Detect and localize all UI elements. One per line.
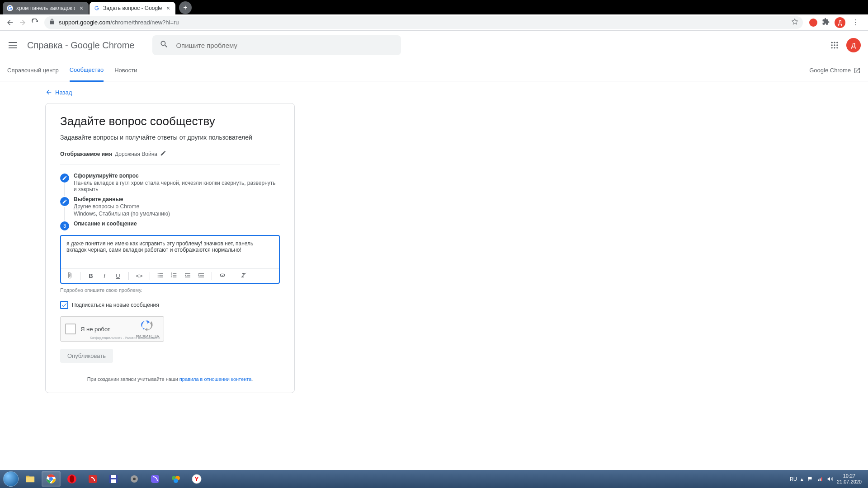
reload-button[interactable] [29,16,42,29]
svg-point-11 [158,273,159,274]
editor-textarea[interactable]: я даже понятия не имею как исправить эту… [61,236,279,268]
step-title: Выберите данные [74,196,280,202]
recaptcha-checkbox[interactable] [65,324,76,334]
tab-news[interactable]: Новости [114,60,137,81]
taskbar-app-gear[interactable] [125,471,144,487]
outdent-button[interactable] [184,272,192,280]
tab-community[interactable]: Сообщество [70,59,104,82]
account-avatar[interactable]: Д [846,38,861,52]
underline-button[interactable]: U [114,272,122,279]
indent-button[interactable] [197,272,205,280]
taskbar-app-spheres[interactable] [166,471,185,487]
taskbar-app-chrome[interactable] [42,471,61,487]
back-link[interactable]: Назад [45,89,868,96]
browser-tab[interactable]: Задать вопрос - Google Chrome × [90,2,175,14]
extension-icon[interactable] [809,19,817,27]
tab-title: Задать вопрос - Google Chrome [103,5,162,11]
taskbar-app-yandex[interactable]: Y [187,471,206,487]
svg-point-5 [831,44,833,46]
display-name-row: Отображаемое имя Дорожная Война [60,150,280,164]
svg-rect-24 [187,275,190,275]
product-link[interactable]: Google Chrome [809,67,861,74]
svg-text:Y: Y [194,475,199,483]
svg-point-2 [831,42,833,43]
step-sub: Windows, Стабильная (по умолчанию) [74,211,280,217]
svg-text:3: 3 [171,276,172,278]
recaptcha-label: Я не робот [80,326,110,333]
step-badge-check [60,197,69,206]
profile-avatar[interactable]: Д [835,17,845,28]
tab-help-center[interactable]: Справочный центр [7,60,59,81]
svg-rect-14 [159,275,163,275]
recaptcha[interactable]: Я не робот reCAPTCHA Конфиденциальность … [60,316,164,342]
taskbar-app-save[interactable] [104,471,123,487]
step-3: 3 Описание и сообщение [60,221,280,230]
browser-tab[interactable]: хром панель закладок стала че × [3,2,89,14]
display-name-label: Отображаемое имя [60,151,112,157]
italic-button[interactable]: I [100,272,108,279]
back-button[interactable] [4,16,16,29]
svg-rect-25 [185,277,190,277]
svg-rect-49 [808,479,808,481]
close-icon[interactable]: × [165,5,172,12]
browser-menu-button[interactable]: ⋮ [850,18,861,27]
extensions-button[interactable] [822,18,830,28]
tray-volume-icon[interactable] [827,476,833,482]
numbered-list-button[interactable]: 123 [170,272,178,280]
system-tray[interactable]: RU ▴ 10:27 21.07.2020 [790,473,866,485]
menu-button[interactable] [7,40,18,51]
svg-rect-27 [200,275,204,275]
attach-icon[interactable] [66,272,74,280]
close-icon[interactable]: × [78,5,85,12]
step-badge-check [60,174,69,183]
svg-rect-22 [173,277,176,277]
subscribe-checkbox[interactable] [60,301,68,309]
form-footer: При создании записи учитывайте наши прав… [60,376,280,382]
forward-button[interactable] [16,16,29,29]
star-icon[interactable] [791,18,798,27]
subscribe-label: Подписаться на новые сообщения [72,302,159,308]
clear-format-button[interactable] [240,272,248,280]
main-content: Назад Задайте вопрос сообществу Задавайт… [0,81,868,393]
subscribe-row[interactable]: Подписаться на новые сообщения [60,301,280,309]
address-bar[interactable]: support.google.com/chrome/thread/new?hl=… [44,16,803,29]
svg-rect-48 [808,477,811,479]
link-button[interactable] [218,272,226,280]
step-2: Выберите данные Другие вопросы о Chrome … [60,196,280,218]
svg-point-45 [174,479,178,483]
new-tab-button[interactable]: + [179,1,192,14]
step-sub: Панель вкладок в гугл хром стала черной,… [74,180,280,192]
svg-point-33 [49,477,53,481]
apps-button[interactable] [830,41,839,50]
bold-button[interactable]: B [87,272,95,279]
search-box[interactable] [152,35,401,55]
tray-network-icon[interactable] [817,476,823,482]
svg-rect-51 [820,479,821,481]
svg-point-9 [834,47,835,48]
tray-arrow-icon[interactable]: ▴ [801,476,803,482]
external-link-icon [854,67,861,74]
taskbar-app-red[interactable] [83,471,102,487]
taskbar-app-viber[interactable] [146,471,165,487]
bullet-list-button[interactable] [156,272,165,280]
code-button[interactable]: <> [135,272,143,279]
svg-point-7 [836,44,838,46]
editor: я даже понятия не имею как исправить эту… [60,235,280,284]
content-policy-link[interactable]: правила в отношении контента [179,376,251,382]
windows-taskbar: Y RU ▴ 10:27 21.07.2020 [0,470,868,488]
tray-lang[interactable]: RU [790,476,797,482]
svg-rect-39 [111,479,116,483]
search-input[interactable] [176,42,394,49]
svg-rect-12 [159,273,163,273]
start-button[interactable] [2,470,20,488]
edit-name-button[interactable] [160,150,166,158]
svg-rect-42 [151,475,159,483]
publish-button[interactable]: Опубликовать [60,349,113,363]
taskbar-app-opera[interactable] [62,471,81,487]
svg-rect-52 [821,478,822,481]
taskbar-app-explorer[interactable] [21,471,40,487]
svg-point-35 [70,475,74,483]
tray-flag-icon[interactable] [807,476,813,482]
tray-clock[interactable]: 10:27 21.07.2020 [837,473,862,485]
google-g-icon [93,5,100,12]
